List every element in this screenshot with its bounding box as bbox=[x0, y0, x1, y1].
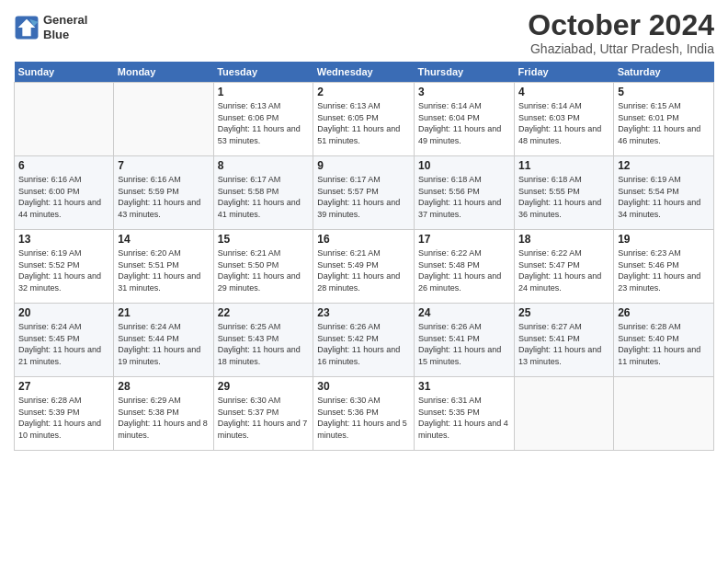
day-cell: 18Sunrise: 6:22 AMSunset: 5:47 PMDayligh… bbox=[515, 230, 614, 304]
day-info: Sunrise: 6:13 AMSunset: 6:05 PMDaylight:… bbox=[317, 100, 410, 146]
day-cell: 2Sunrise: 6:13 AMSunset: 6:05 PMDaylight… bbox=[313, 83, 415, 156]
day-cell: 26Sunrise: 6:28 AMSunset: 5:40 PMDayligh… bbox=[614, 304, 714, 377]
day-cell: 19Sunrise: 6:23 AMSunset: 5:46 PMDayligh… bbox=[614, 230, 714, 304]
header-row-days: SundayMondayTuesdayWednesdayThursdayFrid… bbox=[15, 62, 714, 83]
logo-line2: Blue bbox=[43, 28, 87, 42]
day-number: 28 bbox=[118, 380, 209, 393]
day-info: Sunrise: 6:23 AMSunset: 5:46 PMDaylight:… bbox=[618, 247, 710, 293]
day-cell: 6Sunrise: 6:16 AMSunset: 6:00 PMDaylight… bbox=[15, 156, 114, 230]
day-cell: 17Sunrise: 6:22 AMSunset: 5:48 PMDayligh… bbox=[415, 230, 515, 304]
day-info: Sunrise: 6:19 AMSunset: 5:52 PMDaylight:… bbox=[18, 247, 109, 293]
day-info: Sunrise: 6:28 AMSunset: 5:39 PMDaylight:… bbox=[18, 395, 109, 441]
day-cell: 28Sunrise: 6:29 AMSunset: 5:38 PMDayligh… bbox=[114, 377, 213, 451]
day-info: Sunrise: 6:29 AMSunset: 5:38 PMDaylight:… bbox=[118, 395, 209, 441]
day-info: Sunrise: 6:16 AMSunset: 5:59 PMDaylight:… bbox=[118, 174, 209, 220]
day-info: Sunrise: 6:13 AMSunset: 6:06 PMDaylight:… bbox=[218, 100, 310, 146]
logo-icon bbox=[14, 15, 40, 40]
day-info: Sunrise: 6:26 AMSunset: 5:42 PMDaylight:… bbox=[317, 321, 410, 367]
day-info: Sunrise: 6:19 AMSunset: 5:54 PMDaylight:… bbox=[618, 174, 710, 220]
day-number: 20 bbox=[18, 306, 109, 319]
day-number: 12 bbox=[618, 159, 710, 172]
day-cell: 16Sunrise: 6:21 AMSunset: 5:49 PMDayligh… bbox=[313, 230, 415, 304]
header-thursday: Thursday bbox=[415, 62, 515, 83]
day-number: 22 bbox=[218, 306, 310, 319]
day-cell: 29Sunrise: 6:30 AMSunset: 5:37 PMDayligh… bbox=[213, 377, 313, 451]
day-cell: 10Sunrise: 6:18 AMSunset: 5:56 PMDayligh… bbox=[415, 156, 515, 230]
day-number: 16 bbox=[317, 233, 410, 246]
day-number: 27 bbox=[18, 380, 109, 393]
day-info: Sunrise: 6:21 AMSunset: 5:50 PMDaylight:… bbox=[218, 247, 310, 293]
day-cell: 23Sunrise: 6:26 AMSunset: 5:42 PMDayligh… bbox=[313, 304, 415, 377]
day-cell: 1Sunrise: 6:13 AMSunset: 6:06 PMDaylight… bbox=[213, 83, 313, 156]
day-cell: 14Sunrise: 6:20 AMSunset: 5:51 PMDayligh… bbox=[114, 230, 213, 304]
day-info: Sunrise: 6:14 AMSunset: 6:04 PMDaylight:… bbox=[418, 100, 510, 146]
day-info: Sunrise: 6:24 AMSunset: 5:45 PMDaylight:… bbox=[18, 321, 109, 367]
day-number: 15 bbox=[218, 233, 310, 246]
day-cell: 24Sunrise: 6:26 AMSunset: 5:41 PMDayligh… bbox=[415, 304, 515, 377]
day-number: 18 bbox=[518, 233, 609, 246]
day-cell bbox=[15, 83, 114, 156]
day-info: Sunrise: 6:17 AMSunset: 5:57 PMDaylight:… bbox=[317, 174, 410, 220]
day-info: Sunrise: 6:28 AMSunset: 5:40 PMDaylight:… bbox=[618, 321, 710, 367]
day-number: 17 bbox=[418, 233, 510, 246]
calendar-table: SundayMondayTuesdayWednesdayThursdayFrid… bbox=[14, 62, 714, 451]
day-number: 24 bbox=[418, 306, 510, 319]
day-info: Sunrise: 6:24 AMSunset: 5:44 PMDaylight:… bbox=[118, 321, 209, 367]
day-info: Sunrise: 6:14 AMSunset: 6:03 PMDaylight:… bbox=[518, 100, 609, 146]
day-info: Sunrise: 6:30 AMSunset: 5:37 PMDaylight:… bbox=[218, 395, 310, 441]
day-number: 5 bbox=[618, 86, 710, 98]
day-cell: 8Sunrise: 6:17 AMSunset: 5:58 PMDaylight… bbox=[213, 156, 313, 230]
header-friday: Friday bbox=[515, 62, 614, 83]
day-cell: 15Sunrise: 6:21 AMSunset: 5:50 PMDayligh… bbox=[213, 230, 313, 304]
day-number: 29 bbox=[218, 380, 310, 393]
day-number: 8 bbox=[218, 159, 310, 172]
title-block: October 2024 Ghaziabad, Uttar Pradesh, I… bbox=[528, 9, 714, 56]
week-row-5: 27Sunrise: 6:28 AMSunset: 5:39 PMDayligh… bbox=[15, 377, 714, 451]
week-row-4: 20Sunrise: 6:24 AMSunset: 5:45 PMDayligh… bbox=[15, 304, 714, 377]
day-info: Sunrise: 6:17 AMSunset: 5:58 PMDaylight:… bbox=[218, 174, 310, 220]
day-number: 4 bbox=[518, 86, 609, 98]
day-cell: 22Sunrise: 6:25 AMSunset: 5:43 PMDayligh… bbox=[213, 304, 313, 377]
day-cell: 9Sunrise: 6:17 AMSunset: 5:57 PMDaylight… bbox=[313, 156, 415, 230]
day-cell: 20Sunrise: 6:24 AMSunset: 5:45 PMDayligh… bbox=[15, 304, 114, 377]
day-number: 3 bbox=[418, 86, 510, 98]
day-number: 30 bbox=[317, 380, 410, 393]
week-row-1: 1Sunrise: 6:13 AMSunset: 6:06 PMDaylight… bbox=[15, 83, 714, 156]
day-cell: 27Sunrise: 6:28 AMSunset: 5:39 PMDayligh… bbox=[15, 377, 114, 451]
day-number: 31 bbox=[418, 380, 510, 393]
header-sunday: Sunday bbox=[15, 62, 114, 83]
day-number: 1 bbox=[218, 86, 310, 98]
day-number: 9 bbox=[317, 159, 410, 172]
header-monday: Monday bbox=[114, 62, 213, 83]
logo-text: General Blue bbox=[43, 13, 87, 41]
header-wednesday: Wednesday bbox=[313, 62, 415, 83]
day-cell: 5Sunrise: 6:15 AMSunset: 6:01 PMDaylight… bbox=[614, 83, 714, 156]
day-number: 10 bbox=[418, 159, 510, 172]
day-cell: 4Sunrise: 6:14 AMSunset: 6:03 PMDaylight… bbox=[515, 83, 614, 156]
day-info: Sunrise: 6:31 AMSunset: 5:35 PMDaylight:… bbox=[418, 395, 510, 441]
day-number: 14 bbox=[118, 233, 209, 246]
logo: General Blue bbox=[14, 13, 87, 41]
month-title: October 2024 bbox=[528, 9, 714, 41]
logo-line1: General bbox=[43, 13, 87, 28]
day-info: Sunrise: 6:18 AMSunset: 5:55 PMDaylight:… bbox=[518, 174, 609, 220]
day-number: 6 bbox=[18, 159, 109, 172]
day-info: Sunrise: 6:22 AMSunset: 5:47 PMDaylight:… bbox=[518, 247, 609, 293]
day-number: 19 bbox=[618, 233, 710, 246]
day-cell bbox=[114, 83, 213, 156]
day-cell: 11Sunrise: 6:18 AMSunset: 5:55 PMDayligh… bbox=[515, 156, 614, 230]
day-number: 7 bbox=[118, 159, 209, 172]
day-number: 26 bbox=[618, 306, 710, 319]
day-number: 23 bbox=[317, 306, 410, 319]
week-row-2: 6Sunrise: 6:16 AMSunset: 6:00 PMDaylight… bbox=[15, 156, 714, 230]
day-cell: 25Sunrise: 6:27 AMSunset: 5:41 PMDayligh… bbox=[515, 304, 614, 377]
day-info: Sunrise: 6:15 AMSunset: 6:01 PMDaylight:… bbox=[618, 100, 710, 146]
day-info: Sunrise: 6:21 AMSunset: 5:49 PMDaylight:… bbox=[317, 247, 410, 293]
day-cell: 3Sunrise: 6:14 AMSunset: 6:04 PMDaylight… bbox=[415, 83, 515, 156]
day-cell: 30Sunrise: 6:30 AMSunset: 5:36 PMDayligh… bbox=[313, 377, 415, 451]
calendar-container: General Blue October 2024 Ghaziabad, Utt… bbox=[0, 0, 728, 563]
day-info: Sunrise: 6:22 AMSunset: 5:48 PMDaylight:… bbox=[418, 247, 510, 293]
day-info: Sunrise: 6:20 AMSunset: 5:51 PMDaylight:… bbox=[118, 247, 209, 293]
day-info: Sunrise: 6:18 AMSunset: 5:56 PMDaylight:… bbox=[418, 174, 510, 220]
day-cell: 13Sunrise: 6:19 AMSunset: 5:52 PMDayligh… bbox=[15, 230, 114, 304]
